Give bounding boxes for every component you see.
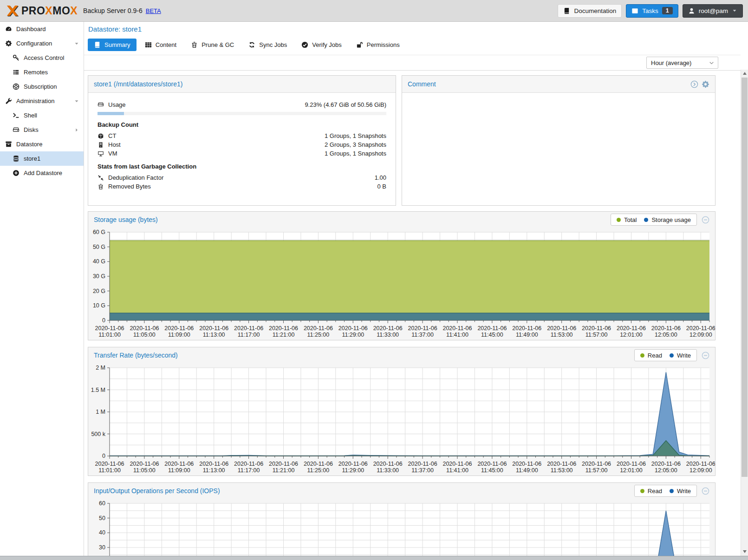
window-bottom-edge: [0, 556, 748, 560]
sidebar-item-store1[interactable]: store1: [0, 151, 84, 166]
transfer-rate-panel: Transfer Rate (bytes/second) ReadWrite 0…: [88, 347, 715, 476]
usage-row: Usage 9.23% (4.67 GiB of 50.56 GiB): [98, 99, 386, 110]
user-icon: [688, 7, 695, 14]
gc-stats-heading: Stats from last Garbage Collection: [98, 163, 386, 170]
proxmox-mark-icon: [5, 4, 19, 18]
panel-title: Comment: [408, 80, 436, 88]
svg-text:0: 0: [102, 453, 105, 459]
storage-usage-chart: 010 G20 G30 G40 G50 G60 G2020-11-0611:01…: [88, 228, 715, 340]
documentation-button[interactable]: Documentation: [558, 4, 622, 18]
collapse-chart-icon[interactable]: [702, 352, 709, 359]
proxmox-logo: PROXMOX: [0, 4, 78, 18]
svg-text:2020-11-06: 2020-11-06: [164, 461, 194, 467]
sidebar-item-datastore[interactable]: Datastore: [0, 137, 84, 151]
scroll-up-arrow-icon[interactable]: [741, 70, 748, 77]
legend-item-read[interactable]: Read: [640, 488, 662, 495]
row-value: 2 Groups, 3 Snapshots: [325, 141, 386, 148]
sidebar-item-disks[interactable]: Disks: [0, 123, 84, 137]
svg-text:11:53:00: 11:53:00: [551, 467, 573, 474]
tab-label: Prune & GC: [202, 41, 234, 48]
tab-prune-gc[interactable]: Prune & GC: [185, 39, 240, 51]
gear-icon[interactable]: [702, 80, 709, 88]
tab-verify-jobs[interactable]: Verify Jobs: [295, 39, 348, 51]
legend-item-write[interactable]: Write: [670, 352, 691, 359]
sidebar-item-label: Disks: [24, 126, 39, 133]
scrollbar-thumb[interactable]: [741, 78, 748, 477]
key-icon: [13, 54, 20, 61]
row-label: Removed Bytes: [108, 183, 151, 190]
sidebar-item-dashboard[interactable]: Dashboard: [0, 22, 84, 36]
panel-header: store1 (/mnt/datastores/store1): [88, 76, 396, 93]
terminal-icon: [13, 112, 20, 119]
legend-dot: [617, 218, 621, 222]
svg-text:2020-11-06: 2020-11-06: [164, 325, 194, 332]
svg-text:11:01:00: 11:01:00: [98, 467, 121, 474]
wrench-icon: [5, 98, 12, 104]
tab-label: Permissions: [367, 41, 400, 48]
svg-text:11:21:00: 11:21:00: [273, 467, 295, 474]
svg-text:2020-11-06: 2020-11-06: [130, 325, 159, 332]
row-value: 1 Groups, 1 Snapshots: [325, 132, 386, 139]
svg-text:1.5 M: 1.5 M: [91, 387, 105, 393]
expand-icon[interactable]: [690, 80, 698, 88]
svg-text:12:05:00: 12:05:00: [655, 467, 677, 474]
legend-item-write[interactable]: Write: [670, 488, 691, 495]
svg-text:11:57:00: 11:57:00: [585, 467, 608, 474]
timeframe-select[interactable]: Hour (average): [646, 57, 718, 69]
svg-text:2020-11-06: 2020-11-06: [130, 461, 159, 467]
backup-row-vm: VM 1 Groups, 1 Snapshots: [98, 149, 386, 158]
legend-item-storage-usage[interactable]: Storage usage: [644, 216, 691, 223]
usage-value: 9.23% (4.67 GiB of 50.56 GiB): [305, 101, 386, 108]
list-icon: [13, 69, 20, 76]
sidebar-item-remotes[interactable]: Remotes: [0, 65, 84, 79]
chart-title: Storage usage (bytes): [94, 216, 158, 223]
gear-icon: [5, 40, 12, 47]
sidebar-item-administration[interactable]: Administration: [0, 94, 84, 108]
user-menu-button[interactable]: root@pam: [683, 4, 743, 18]
trash-icon: [98, 183, 104, 190]
svg-text:11:05:00: 11:05:00: [133, 332, 156, 338]
vertical-scrollbar[interactable]: [741, 70, 748, 560]
svg-text:2020-11-06: 2020-11-06: [199, 325, 228, 332]
sidebar-item-subscription[interactable]: Subscription: [0, 79, 84, 94]
svg-text:2020-11-06: 2020-11-06: [477, 325, 507, 332]
sidebar-item-shell[interactable]: Shell: [0, 108, 84, 123]
row-label: Deduplication Factor: [108, 174, 163, 181]
row-value: 0 B: [377, 183, 386, 190]
svg-text:500 k: 500 k: [91, 431, 105, 437]
archive-icon: [5, 141, 12, 148]
scroll-down-arrow-icon[interactable]: [741, 548, 748, 555]
username-label: root@pam: [699, 7, 728, 14]
tasks-button[interactable]: Tasks 1: [626, 4, 678, 18]
tab-summary[interactable]: Summary: [88, 39, 137, 51]
compress-icon: [98, 175, 104, 181]
beta-link[interactable]: BETA: [146, 7, 161, 14]
collapse-chart-icon[interactable]: [702, 216, 709, 224]
svg-text:12:01:00: 12:01:00: [620, 467, 643, 474]
legend-label: Read: [648, 488, 662, 495]
svg-text:11:29:00: 11:29:00: [342, 467, 364, 474]
sidebar-item-label: Subscription: [24, 83, 57, 90]
svg-text:2020-11-06: 2020-11-06: [651, 325, 681, 332]
legend-item-read[interactable]: Read: [640, 352, 662, 359]
sidebar-item-access-control[interactable]: Access Control: [0, 51, 84, 65]
svg-text:2020-11-06: 2020-11-06: [582, 461, 611, 467]
sidebar-item-add-datastore[interactable]: Add Datastore: [0, 166, 84, 180]
svg-text:20 G: 20 G: [93, 288, 105, 294]
svg-text:2020-11-06: 2020-11-06: [617, 325, 646, 332]
backup-row-ct: CT 1 Groups, 1 Snapshots: [98, 131, 386, 140]
sidebar-item-configuration[interactable]: Configuration: [0, 36, 84, 51]
svg-text:2020-11-06: 2020-11-06: [617, 461, 646, 467]
tab-content[interactable]: Content: [139, 39, 183, 51]
tab-permissions[interactable]: Permissions: [350, 39, 406, 51]
svg-text:11:09:00: 11:09:00: [168, 467, 190, 474]
svg-text:11:01:00: 11:01:00: [98, 332, 121, 338]
tab-sync-jobs[interactable]: Sync Jobs: [242, 39, 293, 51]
lifering-icon: [13, 83, 20, 90]
legend-item-total[interactable]: Total: [617, 216, 637, 223]
storage-usage-panel: Storage usage (bytes) TotalStorage usage…: [88, 211, 715, 340]
tasks-label: Tasks: [642, 7, 658, 14]
collapse-chart-icon[interactable]: [702, 487, 709, 495]
svg-text:2020-11-06: 2020-11-06: [269, 325, 298, 332]
svg-text:11:49:00: 11:49:00: [516, 467, 538, 474]
